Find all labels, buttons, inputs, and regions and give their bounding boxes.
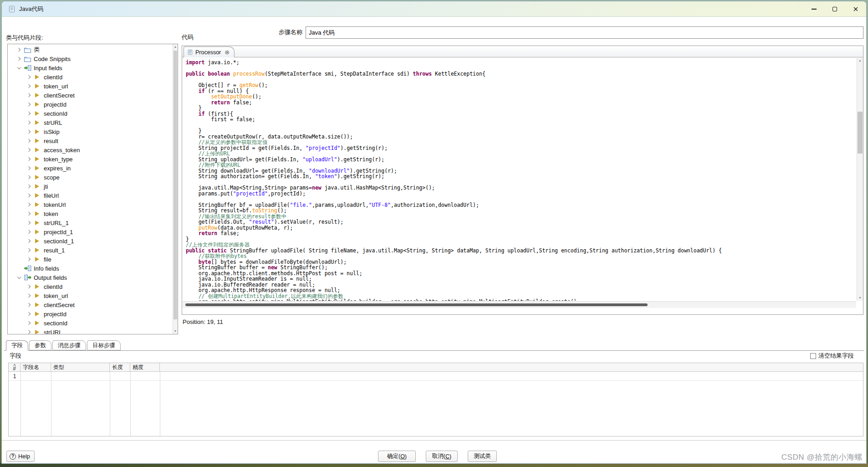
tree-item-clientid[interactable]: clientId <box>8 282 173 291</box>
chevron-right-icon[interactable] <box>26 283 32 290</box>
bottom-tab-消息步骤[interactable]: 消息步骤 <box>52 340 86 350</box>
code-line[interactable]: return false; <box>186 231 856 236</box>
test-class-button[interactable]: 测试类 <box>468 451 497 462</box>
chevron-right-icon[interactable] <box>26 183 32 190</box>
code-viewport[interactable]: import java.io.*; public boolean process… <box>183 58 856 301</box>
help-button[interactable]: ? Help <box>6 451 35 462</box>
chevron-right-icon[interactable] <box>26 92 32 98</box>
chevron-right-icon[interactable] <box>26 210 32 217</box>
code-line[interactable]: return false; <box>186 100 856 106</box>
tree-item-code-snippits[interactable]: Code Snippits <box>8 54 173 63</box>
code-line[interactable]: putRow(data.outputRowMeta, r); <box>186 225 856 231</box>
step-name-input[interactable] <box>306 26 863 39</box>
chevron-right-icon[interactable] <box>26 138 32 144</box>
code-line[interactable]: String uploadUrl= get(Fields.In, "upload… <box>186 157 856 163</box>
bottom-tab-目标步骤[interactable]: 目标步骤 <box>87 340 121 350</box>
tab-processor[interactable]: Processor ⊗ <box>184 46 235 57</box>
tree-item-projectid[interactable]: projectId <box>8 309 173 318</box>
scroll-up-icon[interactable]: ▲ <box>857 58 863 63</box>
code-line[interactable]: first = false; <box>186 117 856 123</box>
chevron-right-icon[interactable] <box>26 329 32 334</box>
chevron-right-icon[interactable] <box>26 311 32 317</box>
chevron-right-icon[interactable] <box>26 156 32 162</box>
column-header-row-number[interactable]: # <box>9 363 20 371</box>
bottom-tab-字段[interactable]: 字段 <box>6 340 28 351</box>
editor-horizontal-scrollbar[interactable] <box>183 301 856 308</box>
ok-button[interactable]: 确定(O) <box>378 451 416 462</box>
close-button[interactable]: × <box>845 1 866 17</box>
tree-item-info-fields[interactable]: Info fields <box>8 264 173 273</box>
row-number-cell[interactable]: 1 <box>9 372 20 381</box>
editor-hscroll-thumb[interactable] <box>185 303 648 306</box>
tree-item-strurl[interactable]: strURL <box>8 118 173 127</box>
tree-item-sectionid[interactable]: sectionId <box>8 318 173 328</box>
tree-item-jti[interactable]: jti <box>8 182 173 191</box>
chevron-right-icon[interactable] <box>26 293 32 299</box>
title-bar[interactable]: Java代码 × <box>2 1 866 17</box>
chevron-right-icon[interactable] <box>26 174 32 180</box>
code-line[interactable]: String projectId = get(Fields.In, "proje… <box>186 145 856 151</box>
code-line[interactable]: params.put("projectId",projectId); <box>186 191 856 197</box>
tree-item-result[interactable]: result <box>8 136 173 145</box>
maximize-button[interactable] <box>824 1 845 17</box>
column-header-精度[interactable]: 精度 <box>130 363 160 371</box>
code-line[interactable] <box>186 77 856 83</box>
tree-item-scope[interactable]: scope <box>8 173 173 182</box>
chevron-right-icon[interactable] <box>26 247 32 253</box>
editor-vertical-scrollbar[interactable]: ▲ ▼ <box>857 58 863 301</box>
code-line[interactable]: import java.io.*; <box>186 60 856 66</box>
chevron-right-icon[interactable] <box>26 229 32 235</box>
chevron-right-icon[interactable] <box>26 201 32 208</box>
cancel-button[interactable]: 取消(C) <box>426 451 458 462</box>
chevron-right-icon[interactable] <box>26 147 32 153</box>
code-line[interactable]: } <box>186 105 856 111</box>
column-header-类型[interactable]: 类型 <box>51 363 110 371</box>
scroll-down-icon[interactable]: ▼ <box>857 295 863 301</box>
tree-item-strurl[interactable]: strURL <box>8 328 173 334</box>
tree-item-result-1[interactable]: result_1 <box>8 246 173 255</box>
tree-vertical-scrollbar[interactable]: ▲ ▼ <box>173 44 178 334</box>
fields-table-body[interactable]: 1 <box>9 372 863 436</box>
chevron-down-icon[interactable] <box>16 274 22 281</box>
tree-item-clientsecret[interactable]: clientSecret <box>8 91 173 100</box>
chevron-right-icon[interactable] <box>26 110 32 117</box>
tree-item-token-url[interactable]: token_url <box>8 82 173 91</box>
code-line[interactable]: public boolean processRow(StepMetaInterf… <box>186 71 856 77</box>
tree-item-sectionid-1[interactable]: sectionId_1 <box>8 236 173 246</box>
code-line[interactable]: String authorization= get(Fields.In, "to… <box>186 174 856 180</box>
code-line[interactable]: public static StringBuffer uploadFile( S… <box>186 248 856 254</box>
tab-close-icon[interactable]: ⊗ <box>225 49 230 56</box>
tree-item-token[interactable]: token <box>8 209 173 218</box>
chevron-right-icon[interactable] <box>16 56 22 62</box>
code-line[interactable]: org.apache.http.entity.mime.MultipartEnt… <box>186 299 856 301</box>
tree-scrollbar-thumb[interactable] <box>174 51 177 319</box>
tree-item-projectid[interactable]: projectId <box>8 100 173 109</box>
tree-item-access-token[interactable]: access_token <box>8 145 173 154</box>
chevron-right-icon[interactable] <box>26 238 32 244</box>
tree-item-token-type[interactable]: token_type <box>8 154 173 164</box>
chevron-right-icon[interactable] <box>26 119 32 126</box>
code-line[interactable]: setOutputDone(); <box>186 94 856 100</box>
editor-vscroll-thumb[interactable] <box>858 112 863 154</box>
tree-item-expires-in[interactable]: expires_in <box>8 164 173 173</box>
chevron-right-icon[interactable] <box>26 74 32 80</box>
code-line[interactable] <box>186 123 856 128</box>
minimize-button[interactable] <box>803 1 824 17</box>
chevron-right-icon[interactable] <box>26 128 32 135</box>
chevron-right-icon[interactable] <box>26 101 32 108</box>
scroll-down-icon[interactable]: ▼ <box>173 328 178 334</box>
code-line[interactable]: r= createOutputRow(r, data.outputRowMeta… <box>186 134 856 140</box>
tree-item-file[interactable]: file <box>8 255 173 264</box>
tree-item-projectid-1[interactable]: projectId_1 <box>8 227 173 236</box>
chevron-right-icon[interactable] <box>26 302 32 308</box>
column-header-字段名[interactable]: 字段名 <box>20 363 51 371</box>
clear-result-fields-checkbox[interactable] <box>810 353 816 359</box>
code-line[interactable]: } <box>186 236 856 242</box>
tree-item-sectionid[interactable]: sectionId <box>8 109 173 118</box>
tree-item-output-fields[interactable]: Output fields <box>8 273 173 282</box>
code-line[interactable]: if (r == null) { <box>186 88 856 94</box>
chevron-right-icon[interactable] <box>26 165 32 171</box>
java-code-text[interactable]: import java.io.*; public boolean process… <box>183 58 856 301</box>
tree-item-input-fields[interactable]: Input fields <box>8 63 173 72</box>
tree-item--[interactable]: 类 <box>8 45 173 54</box>
